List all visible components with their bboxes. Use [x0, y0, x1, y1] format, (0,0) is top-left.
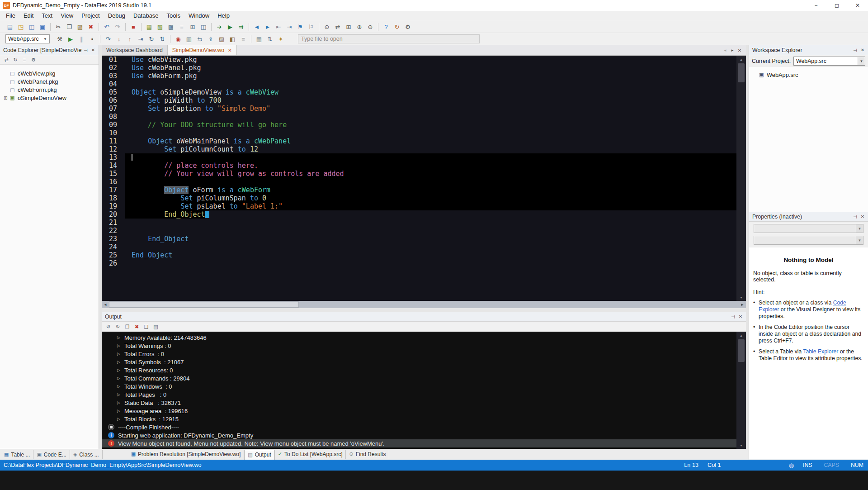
editor-horizontal-scrollbar[interactable]: ◄ ► — [102, 301, 746, 308]
property-object-combo[interactable]: ▼ — [754, 224, 863, 233]
copy-line-icon[interactable]: ❐ — [123, 323, 132, 331]
expander-icon[interactable]: ▷ — [117, 400, 120, 405]
code-line[interactable]: 05Object oSimpleDemoView is a cWebView — [102, 88, 736, 96]
view-options-icon[interactable]: ⚙ — [29, 56, 38, 64]
pin-icon[interactable]: ⊤ — [852, 47, 859, 54]
minimize-button[interactable]: − — [806, 0, 826, 11]
scroll-down-icon[interactable]: ▼ — [736, 442, 746, 449]
scrollbar-thumb[interactable] — [109, 301, 299, 308]
table-editor-icon[interactable]: ▩ — [165, 22, 176, 32]
code-line[interactable]: 19 Set psLabel to "Label 1:" — [102, 202, 736, 210]
output-line[interactable]: ▷Memory Available: 2147483646 — [102, 333, 746, 342]
new-file-icon[interactable]: ▤ — [5, 22, 15, 32]
output-line[interactable]: ----Compile Finished---- — [102, 423, 746, 431]
pin-icon[interactable]: ⊤ — [82, 47, 90, 54]
run-to-cursor-icon[interactable]: ⇥ — [135, 34, 146, 44]
output-line[interactable]: ▷Static Data : 326371 — [102, 399, 746, 407]
code-line[interactable]: 12 Set piColumnCount to 12 — [102, 145, 736, 153]
menu-item-window[interactable]: Window — [184, 11, 213, 21]
output-line[interactable]: !View Menu object not found. Menu not up… — [102, 439, 746, 447]
cut-icon[interactable]: ✂ — [53, 22, 64, 32]
output-splitter[interactable] — [102, 308, 746, 312]
find-in-files-icon[interactable]: ⊞ — [343, 22, 354, 32]
deploy-icon[interactable]: ⇉ — [236, 22, 246, 32]
output-line[interactable]: ▷Total Pages : 0 — [102, 390, 746, 399]
pin-icon[interactable]: ⊤ — [852, 213, 859, 220]
redo-icon[interactable]: ↷ — [112, 22, 123, 32]
webapp-icon[interactable]: ◉ — [173, 34, 184, 44]
output-line[interactable]: ▷Total Symbols : 21067 — [102, 358, 746, 366]
step-into-icon[interactable]: ↓ — [113, 34, 124, 44]
code-line[interactable]: 23 End_Object — [102, 235, 736, 243]
output-line[interactable]: ▷Total Resources: 0 — [102, 366, 746, 374]
expander-icon[interactable]: ▷ — [117, 343, 120, 348]
output-line[interactable]: iStarting web application: DFDynamic_Dem… — [102, 431, 746, 439]
editor-tab-workspace-dashboard[interactable]: Workspace Dashboard — [102, 45, 168, 55]
code-line[interactable]: 09 // Your DDO structure will go here — [102, 121, 736, 129]
code-line[interactable]: 03Use cWebForm.pkg — [102, 72, 736, 80]
expander-icon[interactable]: ▷ — [117, 409, 120, 413]
tab-todo-list[interactable]: ✓To Do List [WebApp.src] — [275, 450, 346, 459]
expander-icon[interactable]: ▷ — [117, 368, 120, 372]
close-window-button[interactable]: ✕ — [847, 0, 868, 11]
expander-icon[interactable]: ▷ — [117, 392, 120, 397]
output-content[interactable]: ▷Memory Available: 2147483646▷Total Warn… — [102, 332, 746, 449]
find-icon[interactable]: ⊙ — [321, 22, 332, 32]
code-line[interactable]: 18 Set piColumnSpan to 0 — [102, 194, 736, 202]
help-icon[interactable]: ? — [381, 22, 392, 32]
editor-tab-simpledemoview-wo[interactable]: SimpleDemoView.wo✕ — [168, 45, 237, 55]
expander-icon[interactable]: ▷ — [117, 384, 120, 389]
expander-icon[interactable]: ▷ — [117, 335, 120, 340]
close-document-icon[interactable]: ✕ — [736, 47, 743, 54]
tab-class-explorer[interactable]: ◈Class ... — [70, 450, 103, 459]
pin-icon[interactable]: ⊤ — [730, 313, 737, 320]
menu-item-text[interactable]: Text — [38, 11, 57, 21]
refresh-output-icon[interactable]: ↻ — [113, 323, 123, 331]
tab-find-results[interactable]: ⊙Find Results — [346, 450, 389, 459]
code-line[interactable]: 07 Set psCaption to "Simple Demo" — [102, 105, 736, 113]
scroll-left-icon[interactable]: ◄ — [102, 301, 109, 308]
scrollbar-thumb[interactable] — [738, 339, 745, 362]
expander-icon[interactable]: ▷ — [117, 417, 120, 421]
code-line[interactable]: 11 Object oWebMainPanel is a cWebPanel — [102, 137, 736, 145]
code-line[interactable]: 26 — [102, 259, 736, 267]
output-line[interactable]: ▷Total Blocks : 12915 — [102, 415, 746, 423]
run-debug-icon[interactable]: ▶ — [225, 22, 236, 32]
tree-item-osimpledemoview[interactable]: ⊞▣oSimpleDemoView — [0, 94, 99, 102]
forward-icon[interactable]: ► — [262, 22, 273, 32]
hint-link[interactable]: Table Explorer — [803, 348, 838, 355]
close-panel-icon[interactable]: ✕ — [859, 47, 866, 54]
track-output-icon[interactable]: ↺ — [104, 323, 113, 331]
file-open-input[interactable] — [298, 34, 480, 43]
tab-problem-resolution[interactable]: ▣Problem Resolution [SimpleDemoView.wo] — [128, 450, 245, 459]
open-file-icon[interactable]: ◳ — [15, 22, 26, 32]
project-combo[interactable]: WebApp.src ▼ — [5, 34, 50, 43]
browse-table-icon[interactable]: ◫ — [198, 22, 209, 32]
tab-code-explorer[interactable]: ▣Code E... — [33, 450, 70, 459]
code-line[interactable]: 20 End_Object — [102, 210, 736, 219]
delete-icon[interactable]: ✖ — [85, 22, 96, 32]
code-line[interactable]: 04 — [102, 80, 736, 88]
property-class-combo[interactable]: ▼ — [754, 236, 863, 245]
code-line[interactable]: 22 — [102, 227, 736, 235]
wizard-icon[interactable]: ✦ — [275, 34, 286, 44]
scroll-tabs-left-icon[interactable]: ◄ — [722, 47, 729, 54]
save-icon[interactable]: ◫ — [26, 22, 37, 32]
code-line[interactable]: 24 — [102, 243, 736, 251]
prev-bookmark-icon[interactable]: ⇤ — [273, 22, 284, 32]
abort-icon[interactable]: ▪ — [87, 34, 98, 44]
close-tab-icon[interactable]: ✕ — [228, 48, 231, 53]
new-table-icon[interactable]: ▧ — [155, 22, 165, 32]
expand-icon[interactable]: ⊞ — [4, 95, 10, 100]
menu-item-view[interactable]: View — [57, 11, 77, 21]
web-preview-icon[interactable]: ▥ — [184, 34, 194, 44]
compile-icon[interactable]: ⚒ — [54, 34, 65, 44]
code-line[interactable]: 01Use cWebView.pkg — [102, 56, 736, 64]
theme-icon[interactable]: ◧ — [227, 34, 238, 44]
scroll-tabs-right-icon[interactable]: ► — [729, 47, 736, 54]
detach-icon[interactable]: ⇅ — [157, 34, 168, 44]
output-line[interactable]: ▷Total Commands : 29804 — [102, 374, 746, 382]
zoom-out-icon[interactable]: ⊖ — [365, 22, 376, 32]
close-panel-icon[interactable]: ✕ — [90, 47, 97, 54]
code-line[interactable]: 15 // Your view will grow as controls ar… — [102, 170, 736, 178]
